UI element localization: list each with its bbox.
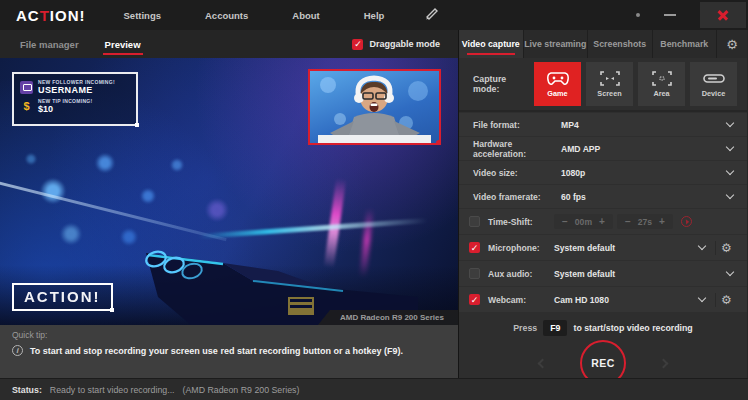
hint-suffix: to start/stop video recording [573, 323, 692, 333]
capture-mode-device-button[interactable]: Device [690, 62, 737, 106]
tip-amount: $10 [38, 104, 92, 114]
tab-video-capture[interactable]: Video capture [459, 30, 524, 58]
file-format-select[interactable]: File format: MP4 [459, 113, 747, 136]
minus-button[interactable]: − [562, 216, 568, 227]
microphone-row: ✓ Microphone: System default ⚙ [459, 235, 747, 260]
preview-tab-bar: File manager Preview ✓ Draggable mode [0, 30, 458, 58]
dollar-icon: $ [20, 100, 33, 112]
webcam-overlay[interactable] [308, 69, 441, 145]
menu-accounts[interactable]: Accounts [205, 10, 248, 21]
time-shift-seconds-stepper: − 27s + [617, 214, 673, 229]
chevron-down-icon [726, 167, 734, 175]
preview-column: File manager Preview ✓ Draggable mode [0, 30, 459, 378]
capture-mode-row: Capture mode: Game [459, 58, 747, 112]
capture-mode-area-button[interactable]: Area [638, 62, 685, 106]
capture-mode-screen-button[interactable]: Screen [586, 62, 633, 106]
drag-handle[interactable] [436, 140, 441, 145]
webcam-person [310, 71, 439, 143]
follower-alert: NEW FOLLOWER INCOMING! USERNAME [20, 79, 130, 95]
time-shift-seconds-value: 27s [638, 217, 652, 227]
aux-audio-label: Aux audio: [488, 269, 554, 279]
webcam-row: ✓ Webcam: Cam HD 1080 ⚙ [459, 287, 747, 312]
screen-icon [600, 71, 620, 86]
chevron-down-icon [698, 242, 706, 250]
draggable-mode-checkbox[interactable]: ✓ [352, 39, 363, 50]
microphone-select[interactable]: System default [554, 243, 709, 253]
minus-button[interactable]: − [625, 216, 631, 227]
tray-dot-button[interactable] [636, 13, 640, 17]
capture-settings-panel: Video capture Live streaming Screenshots… [459, 30, 747, 378]
aux-audio-checkbox[interactable] [469, 268, 480, 279]
game-preview: NEW FOLLOWER INCOMING! USERNAME $ NEW TI… [0, 58, 458, 325]
status-bar: Status: Ready to start video recording..… [0, 378, 748, 400]
gpu-badge: AMD Radeon R9 200 Series [318, 310, 458, 325]
timeshift-reset-icon[interactable] [681, 216, 692, 227]
hotkey-hint: Press F9 to start/stop video recording [459, 316, 747, 340]
tab-preview[interactable]: Preview [99, 30, 147, 58]
time-shift-checkbox[interactable] [469, 216, 480, 227]
drag-handle[interactable] [135, 123, 139, 127]
window-controls [636, 0, 748, 30]
field-label: Hardware acceleration: [473, 139, 561, 159]
tip-alert: $ NEW TIP INCOMING! $10 [20, 98, 130, 114]
tab-live-streaming[interactable]: Live streaming [524, 30, 589, 58]
quick-tip-text: To start and stop recording your screen … [30, 346, 403, 356]
chevron-down-icon [726, 191, 734, 199]
pen-tool-button[interactable] [424, 6, 440, 24]
fps-gun [128, 201, 418, 325]
rec-right-arrow [659, 358, 669, 368]
area-icon [652, 71, 672, 86]
tab-file-manager[interactable]: File manager [14, 30, 85, 58]
settings-gear-button[interactable]: ⚙ [717, 30, 747, 58]
video-framerate-select[interactable]: Video framerate: 60 fps [459, 185, 747, 208]
field-value: 60 fps [561, 192, 586, 202]
menu-about[interactable]: About [292, 10, 319, 21]
capture-mode-game-button[interactable]: Game [534, 62, 581, 106]
microphone-checkbox[interactable]: ✓ [469, 242, 480, 253]
status-text: Ready to start video recording... [50, 385, 175, 395]
app-logo: ACTION! [16, 7, 86, 24]
close-icon[interactable] [700, 2, 746, 28]
plus-button[interactable]: + [659, 216, 665, 227]
field-value: MP4 [561, 120, 579, 130]
logo-part: AC [16, 7, 40, 24]
twitch-icon [20, 81, 33, 94]
tab-screenshots[interactable]: Screenshots [588, 30, 653, 58]
menu-bar: Settings Accounts About Help [124, 10, 385, 21]
watermark-text: ACTION! [24, 288, 101, 305]
chevron-down-icon [726, 119, 734, 127]
field-value: AMD APP [561, 144, 600, 154]
time-shift-label: Time-Shift: [488, 217, 554, 227]
chevron-down-icon [726, 268, 734, 276]
capture-mode-option-label: Game [547, 89, 567, 98]
webcam-gear-button[interactable]: ⚙ [715, 293, 737, 307]
minimize-icon[interactable] [664, 14, 676, 16]
field-value: System default [554, 243, 615, 253]
menu-help[interactable]: Help [364, 10, 385, 21]
capture-mode-option-label: Area [653, 89, 669, 98]
chevron-down-icon [698, 294, 706, 302]
tab-benchmark[interactable]: Benchmark [653, 30, 718, 58]
draggable-mode-toggle[interactable]: ✓ Draggable mode [352, 39, 440, 50]
webcam-checkbox[interactable]: ✓ [469, 294, 480, 305]
gamepad-icon [547, 71, 569, 86]
menu-settings[interactable]: Settings [124, 10, 161, 21]
video-size-select[interactable]: Video size: 1080p [459, 161, 747, 184]
microphone-gear-button[interactable]: ⚙ [715, 241, 737, 255]
title-bar: ACTION! Settings Accounts About Help [0, 0, 748, 30]
aux-audio-select[interactable]: System default [554, 269, 737, 279]
chevron-down-icon [726, 143, 734, 151]
stream-alert-overlay[interactable]: NEW FOLLOWER INCOMING! USERNAME $ NEW TI… [12, 72, 138, 126]
field-value: 1080p [561, 168, 585, 178]
plus-button[interactable]: + [599, 216, 605, 227]
webcam-select[interactable]: Cam HD 1080 [554, 295, 709, 305]
time-shift-minutes-value: 00m [575, 217, 592, 227]
hint-prefix: Press [513, 323, 537, 333]
draggable-mode-label: Draggable mode [369, 39, 440, 49]
hardware-acceleration-select[interactable]: Hardware acceleration: AMD APP [459, 137, 747, 160]
follower-username: USERNAME [38, 85, 115, 95]
quick-tip-panel: Quick tip: i To start and stop recording… [0, 325, 458, 378]
status-label: Status: [12, 385, 42, 395]
field-value: Cam HD 1080 [554, 295, 609, 305]
device-icon [703, 71, 725, 86]
